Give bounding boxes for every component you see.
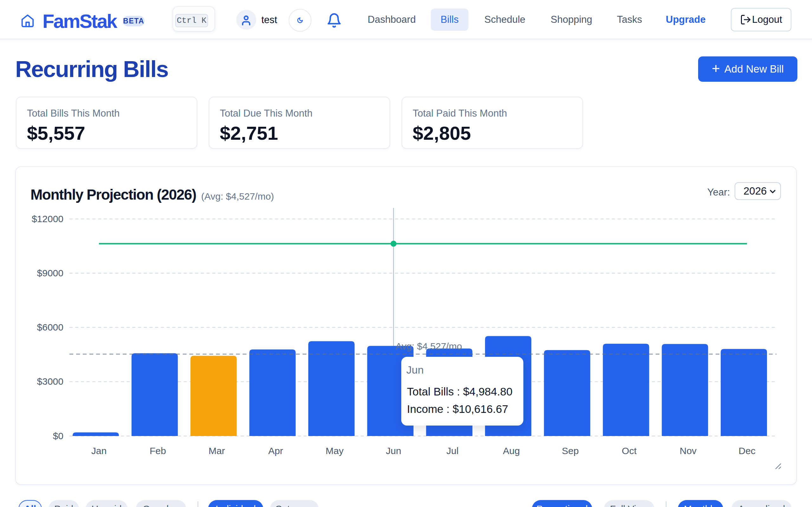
svg-text:Aug: Aug (503, 446, 519, 456)
svg-text:$6000: $6000 (37, 322, 63, 332)
svg-text:Apr: Apr (268, 446, 283, 456)
svg-text:Dec: Dec (739, 446, 755, 456)
svg-text:Jan: Jan (91, 446, 107, 456)
svg-text:Sep: Sep (562, 446, 578, 456)
svg-text:Mar: Mar (209, 446, 225, 456)
svg-text:$12000: $12000 (32, 214, 63, 224)
svg-text:Avg: $4,527/mo: Avg: $4,527/mo (396, 341, 462, 351)
svg-text:$0: $0 (53, 431, 63, 441)
svg-text:Oct: Oct (622, 446, 637, 456)
svg-text:Nov: Nov (680, 446, 697, 456)
svg-text:$3000: $3000 (37, 376, 63, 387)
svg-text:Jul: Jul (446, 446, 458, 456)
svg-text:Feb: Feb (150, 446, 166, 456)
svg-text:$9000: $9000 (37, 268, 63, 278)
svg-text:May: May (326, 446, 344, 456)
svg-text:Jun: Jun (386, 446, 401, 456)
